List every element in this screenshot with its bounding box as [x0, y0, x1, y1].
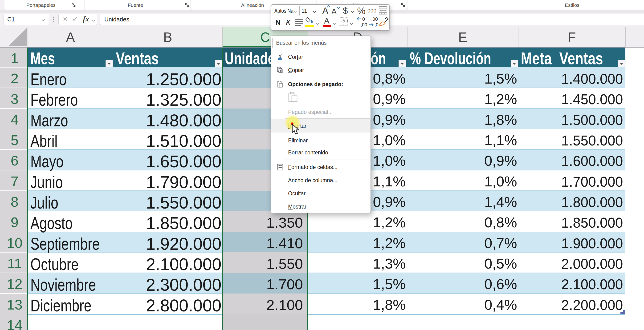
svg-text:,00: ,00 [361, 22, 367, 27]
svg-text:,0: ,0 [374, 22, 378, 27]
svg-text:0: 0 [362, 16, 365, 22]
svg-text:,00: ,00 [371, 16, 378, 22]
